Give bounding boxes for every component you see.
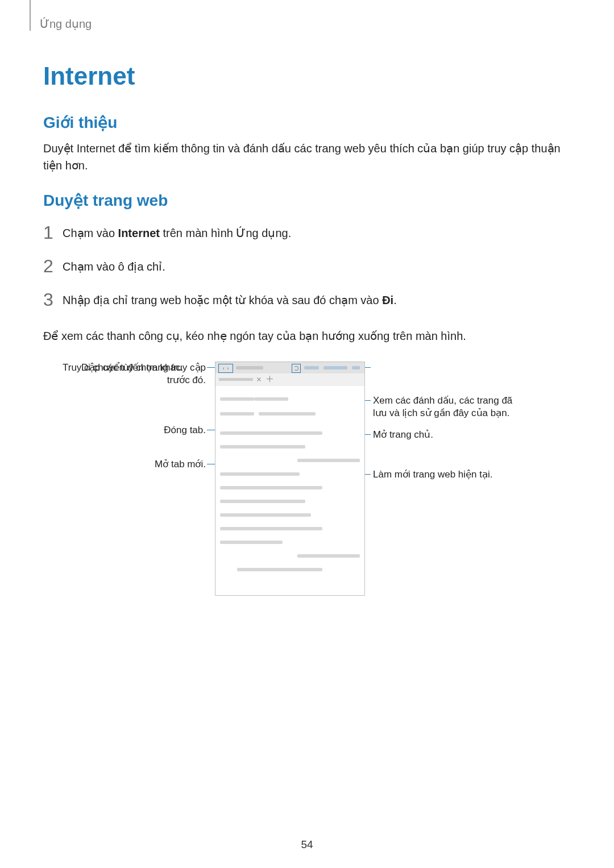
step-2: 2 Chạm vào ô địa chỉ.	[43, 256, 571, 277]
refresh-icon	[292, 364, 301, 373]
note-text: Để xem các thanh công cụ, kéo nhẹ ngón t…	[43, 327, 571, 344]
header-rule	[30, 0, 31, 31]
toolbar-more-icon	[352, 366, 360, 369]
browser-screen-mock: ‹ ›	[215, 362, 365, 596]
browser-diagram: Di chuyển đến trang truy cập trước đó. Đ…	[63, 362, 551, 612]
callout-refresh: Làm mới trang web hiện tại.	[373, 468, 521, 481]
browser-toolbar: ‹ ›	[215, 362, 364, 373]
step-text: Chạm vào Internet trên màn hình Ứng dụng…	[63, 225, 291, 242]
callout-more: Truy cập các tùy chọn khác.	[63, 362, 210, 374]
callout-close-tab: Đóng tab.	[63, 424, 206, 437]
callout-home: Mở trang chủ.	[373, 429, 521, 441]
step-number: 3	[43, 289, 63, 310]
nav-back-forward-icon: ‹ ›	[218, 364, 233, 373]
callout-bookmarks: Xem các đánh dấu, các trang đã lưu và lị…	[373, 394, 521, 420]
page-body-mock	[215, 386, 364, 587]
step-number: 1	[43, 222, 63, 243]
browse-heading: Duyệt trang web	[43, 191, 571, 210]
toolbar-item	[323, 366, 347, 369]
tab-label	[219, 378, 253, 381]
new-tab-icon	[267, 376, 273, 382]
page-number: 54	[0, 838, 614, 851]
toolbar-item	[304, 366, 319, 369]
address-placeholder	[236, 366, 263, 369]
step-text: Chạm vào ô địa chỉ.	[63, 258, 165, 275]
step-3: 3 Nhập địa chỉ trang web hoặc một từ khó…	[43, 289, 571, 310]
intro-heading: Giới thiệu	[43, 113, 571, 132]
close-tab-icon	[256, 377, 262, 382]
step-number: 2	[43, 256, 63, 277]
tab-row	[215, 373, 364, 386]
intro-text: Duyệt Internet để tìm kiếm thông tin và …	[43, 140, 571, 174]
step-text: Nhập địa chỉ trang web hoặc một từ khóa …	[63, 292, 397, 309]
page-title: Internet	[43, 62, 571, 90]
step-1: 1 Chạm vào Internet trên màn hình Ứng dụ…	[43, 222, 571, 243]
section-breadcrumb: Ứng dụng	[40, 17, 571, 31]
callout-new-tab: Mở tab mới.	[63, 458, 206, 471]
